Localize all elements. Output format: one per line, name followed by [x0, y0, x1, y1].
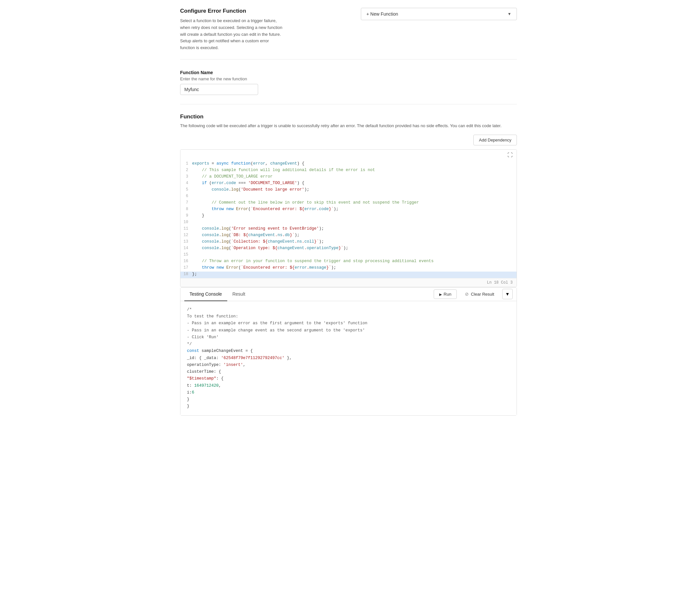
configure-desc: Select a function to be executed on a tr… — [180, 17, 284, 52]
chevron-down-icon: ▼ — [507, 12, 511, 16]
code-line: 2 // This sample function will log addit… — [180, 167, 517, 174]
clear-result-button[interactable]: Clear Result — [459, 289, 500, 299]
fullscreen-icon[interactable]: ⛶ — [506, 151, 514, 159]
chevron-down-icon: ▼ — [505, 291, 510, 297]
console-content: clusterTime: { — [187, 368, 510, 375]
function-section: Function The following code will be exec… — [180, 114, 517, 416]
console-content: } — [187, 403, 510, 410]
function-section-desc: The following code will be executed afte… — [180, 122, 517, 130]
console-content: - Pass in an example error as the first … — [187, 320, 510, 327]
clear-label: Clear Result — [471, 292, 494, 297]
function-section-title: Function — [180, 114, 517, 120]
code-line: 12 console.log(`DB: ${changeEvent.ns.db}… — [180, 233, 517, 239]
code-line: 1 exports = async function(error, change… — [180, 161, 517, 167]
console-tabs-bar: Testing Console Result Run Clear Result — [180, 288, 517, 301]
function-name-label: Function Name — [180, 70, 517, 75]
code-line: 6 — [180, 193, 517, 200]
testing-console: Testing Console Result Run Clear Result — [180, 287, 517, 416]
stop-icon — [465, 291, 469, 297]
console-content: t: 1649712420, — [187, 382, 510, 389]
run-button[interactable]: Run — [434, 290, 457, 299]
function-name-section: Function Name Enter the name for the new… — [180, 70, 517, 104]
tab-testing-console[interactable]: Testing Console — [184, 288, 227, 301]
code-line: 14 console.log(`Operation type: ${change… — [180, 246, 517, 252]
code-line: 17 throw new Error(`Encountered error: $… — [180, 265, 517, 272]
dropdown-label: + New Function — [366, 11, 398, 17]
function-name-input[interactable] — [180, 84, 258, 95]
console-content: } — [187, 396, 510, 403]
code-line: 10 — [180, 220, 517, 226]
code-footer: Ln 18 Col 3 — [180, 278, 517, 287]
code-line: 3 // a DOCUMENT_TOO_LARGE error — [180, 174, 517, 180]
function-name-hint: Enter the name for the new function — [180, 76, 517, 81]
run-label: Run — [444, 292, 451, 297]
console-content: _id: { _data: '62548f79e7f11292792497cc'… — [187, 355, 510, 362]
configure-text: Configure Error Function Select a functi… — [180, 8, 284, 52]
code-line: 15 — [180, 252, 517, 259]
code-lines: 1 exports = async function(error, change… — [180, 161, 517, 278]
function-dropdown[interactable]: + New Function ▼ — [361, 8, 517, 20]
console-content: const sampleChangeEvent = { — [187, 348, 510, 354]
console-content: - Pass in an example change event as the… — [187, 327, 510, 334]
console-content: To test the function: — [187, 313, 510, 320]
cursor-position: Ln 18 Col 3 — [487, 280, 513, 285]
code-line: 5 console.log('Document too large error'… — [180, 187, 517, 193]
console-content: operationType: 'insert', — [187, 362, 510, 368]
add-dependency-button[interactable]: Add Dependency — [473, 135, 517, 145]
configure-title: Configure Error Function — [180, 8, 284, 14]
code-line: 9 } — [180, 213, 517, 220]
tab-result[interactable]: Result — [227, 288, 251, 301]
console-collapse-button[interactable]: ▼ — [502, 289, 513, 299]
console-body: /* To test the function: - Pass in an ex… — [180, 301, 517, 415]
console-actions: Run Clear Result ▼ — [434, 289, 513, 299]
code-editor-header: ⛶ — [180, 150, 517, 161]
code-editor: ⛶ 1 exports = async function(error, chan… — [180, 149, 517, 287]
code-line: 11 console.log('Error sending event to E… — [180, 226, 517, 233]
console-content: i:6 — [187, 389, 510, 396]
add-dependency-row: Add Dependency — [180, 135, 517, 145]
play-icon — [439, 292, 442, 297]
code-line: 16 // Throw an error in your function to… — [180, 259, 517, 265]
console-content: /* — [187, 306, 510, 313]
console-content: - Click 'Run' — [187, 334, 510, 341]
console-content: */ — [187, 341, 510, 348]
code-line: 8 throw new Error(`Encountered error: ${… — [180, 206, 517, 213]
console-content: "$timestamp": { — [187, 375, 510, 382]
code-line: 13 console.log(`Collection: ${changeEven… — [180, 239, 517, 246]
code-line: 7 // Comment out the line below in order… — [180, 200, 517, 206]
code-line: 18 }; — [180, 272, 517, 278]
configure-section: Configure Error Function Select a functi… — [180, 8, 517, 59]
configure-top: Configure Error Function Select a functi… — [180, 8, 517, 52]
code-line: 4 if (error.code === 'DOCUMENT_TOO_LARGE… — [180, 180, 517, 187]
page-container: Configure Error Function Select a functi… — [170, 0, 527, 424]
